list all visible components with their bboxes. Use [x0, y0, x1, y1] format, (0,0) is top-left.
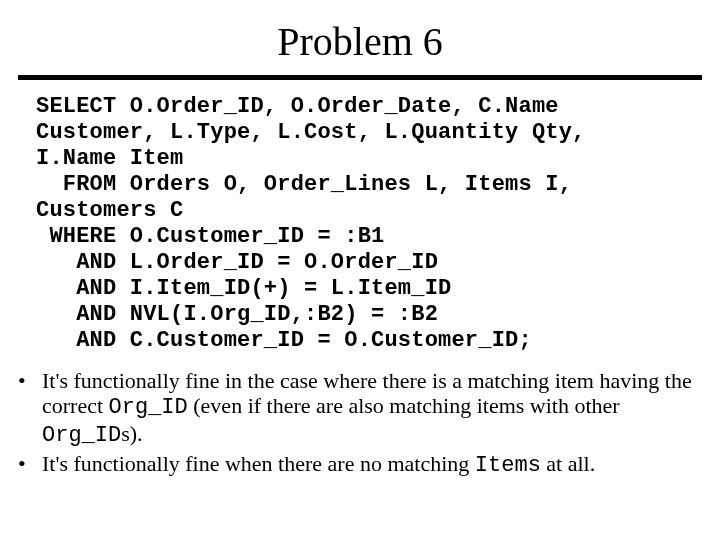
note-text: (even if there are also matching items w…	[188, 393, 620, 418]
note-code: Org_ID	[109, 395, 188, 420]
bullet-icon: •	[30, 451, 42, 477]
list-item: •It's functionally fine when there are n…	[30, 451, 696, 479]
slide-title: Problem 6	[0, 0, 720, 75]
note-code: Org_ID	[42, 423, 121, 448]
note-text: at all.	[541, 451, 595, 476]
note-text: s).	[121, 421, 142, 446]
note-text: It's functionally fine when there are no…	[42, 451, 475, 476]
slide: Problem 6 SELECT O.Order_ID, O.Order_Dat…	[0, 0, 720, 540]
list-item: •It's functionally fine in the case wher…	[30, 368, 696, 450]
title-divider	[18, 75, 702, 80]
note-code: Items	[475, 453, 541, 478]
sql-code-block: SELECT O.Order_ID, O.Order_Date, C.Name …	[36, 94, 688, 354]
notes-list: •It's functionally fine in the case wher…	[30, 368, 696, 480]
bullet-icon: •	[30, 368, 42, 394]
